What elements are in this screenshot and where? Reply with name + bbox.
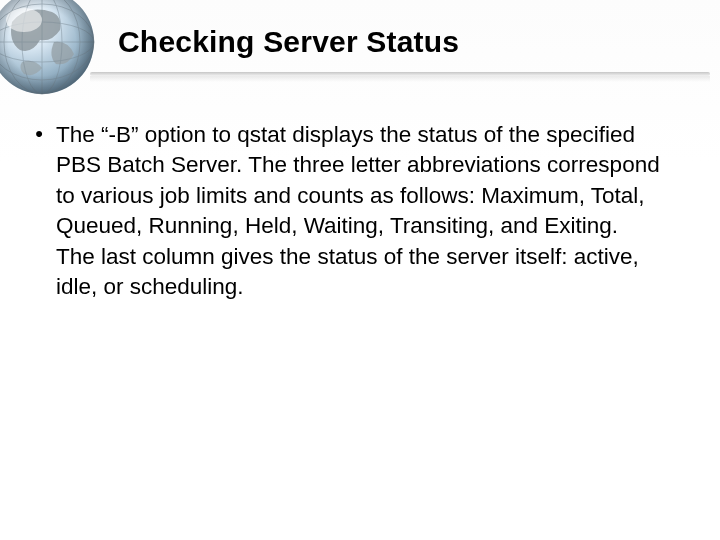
svg-point-1: [0, 22, 94, 62]
bullet-marker: •: [30, 120, 48, 148]
svg-point-3: [22, 0, 62, 94]
svg-point-8: [6, 8, 42, 32]
slide-body: • The “-B” option to qstat displays the …: [30, 120, 660, 302]
svg-point-7: [0, 0, 94, 94]
slide: Checking Server Status • The “-B” option…: [0, 0, 720, 540]
globe-icon: [0, 0, 102, 102]
svg-point-0: [0, 0, 94, 94]
bullet-text: The “-B” option to qstat displays the st…: [56, 120, 660, 302]
svg-point-2: [0, 4, 94, 80]
slide-title: Checking Server Status: [118, 25, 459, 59]
svg-point-4: [4, 0, 80, 94]
bullet-item: • The “-B” option to qstat displays the …: [30, 120, 660, 302]
title-divider: [90, 72, 710, 76]
